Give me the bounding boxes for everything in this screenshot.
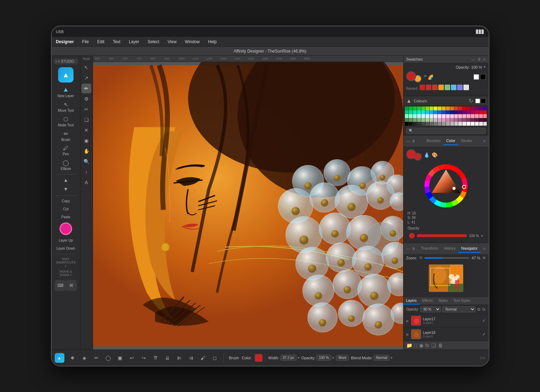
color-cell[interactable]	[421, 122, 425, 126]
edit-shortcuts-button[interactable]: EDIT SHORTCUTS >	[55, 256, 77, 269]
tool-close[interactable]: ✕	[81, 125, 91, 135]
bottom-tool-rotate-left[interactable]: ↩	[126, 352, 138, 363]
color-cell[interactable]	[462, 122, 466, 126]
color-cell[interactable]	[442, 107, 446, 110]
color-cell[interactable]	[438, 118, 441, 122]
color-cell[interactable]	[438, 122, 441, 126]
menu-text[interactable]: Text	[111, 39, 122, 45]
recent-color-7[interactable]	[463, 85, 469, 90]
color-cell[interactable]	[413, 118, 417, 122]
color-cell[interactable]	[446, 118, 450, 122]
more-button[interactable]: More	[336, 355, 349, 361]
color-cell[interactable]	[446, 122, 450, 126]
color-cell[interactable]	[479, 122, 483, 126]
color-cell[interactable]	[409, 118, 413, 122]
color-cell[interactable]	[409, 122, 413, 126]
color-cell[interactable]	[458, 114, 462, 118]
color-cell[interactable]	[471, 122, 475, 126]
colours-white[interactable]	[475, 99, 480, 103]
blend-chevron[interactable]: ▾	[391, 356, 392, 360]
color-cell[interactable]	[450, 118, 454, 122]
sidebar-item-layer-up[interactable]: Layer Up	[54, 236, 78, 244]
zoom-slider[interactable]	[424, 257, 470, 259]
tool-gear[interactable]: ⚙	[81, 94, 91, 104]
color-cell[interactable]	[425, 107, 429, 110]
color-cell[interactable]	[417, 110, 421, 114]
color-cell[interactable]	[483, 114, 487, 118]
bottom-tool-rect[interactable]: ▣	[115, 352, 126, 363]
tab-transform[interactable]: Transform	[418, 244, 441, 253]
width-chevron[interactable]: ▾	[298, 356, 299, 360]
tab-color[interactable]: Color	[443, 137, 458, 145]
sidebar-arrow-down[interactable]: ▼	[54, 185, 78, 193]
color-cell[interactable]	[467, 107, 470, 110]
sidebar-item-node-tool[interactable]: ⬡ Node Tool	[54, 115, 78, 128]
layer16-visible[interactable]: ✓	[482, 332, 486, 337]
color-cell[interactable]	[409, 107, 413, 110]
color-cell[interactable]	[438, 114, 441, 118]
layers-add-group-icon[interactable]: 📁	[406, 343, 412, 348]
menu-edit[interactable]: Edit	[96, 39, 106, 45]
color-cell[interactable]	[413, 107, 417, 110]
color-cell[interactable]	[479, 110, 483, 114]
color-cell[interactable]	[471, 114, 475, 118]
color-cell[interactable]	[438, 110, 441, 114]
nav-pause[interactable]: ⏸	[412, 246, 415, 251]
quick-keys-icon[interactable]: ⌘	[66, 280, 77, 291]
color-cell[interactable]	[450, 114, 454, 118]
color-cell[interactable]	[450, 107, 454, 110]
move-zoom-button[interactable]: MOVE & ZOOM >	[55, 269, 77, 278]
color-cell[interactable]	[471, 110, 475, 114]
menu-file[interactable]: File	[81, 39, 90, 45]
tab-text-styles[interactable]: Text Styles	[451, 297, 473, 305]
layers-delete-icon[interactable]: 🗑	[438, 343, 443, 348]
color-cell[interactable]	[471, 118, 475, 122]
color-cell[interactable]	[433, 122, 437, 126]
opacity-chevron-right[interactable]: ▾	[481, 234, 483, 238]
layers-fx-icon[interactable]: fx	[425, 343, 429, 348]
tool-brush[interactable]: ✏	[81, 84, 91, 93]
layer16-expand-icon[interactable]: ▶	[406, 332, 409, 336]
color-cell[interactable]	[475, 110, 479, 114]
color-cell[interactable]	[479, 118, 483, 122]
bottom-tool-shape[interactable]: ◯	[103, 352, 114, 363]
color-cell[interactable]	[430, 107, 433, 110]
color-cell[interactable]	[483, 122, 487, 126]
sidebar-item-cut[interactable]: Cut	[54, 205, 78, 212]
zoom-minus-icon[interactable]: ⊖	[419, 256, 422, 260]
tool-zoom[interactable]: 🔍	[81, 157, 91, 166]
color-cell[interactable]	[433, 107, 437, 110]
color-cell[interactable]	[475, 107, 479, 110]
zoom-plus-icon[interactable]: ⊕	[483, 256, 486, 260]
recent-color-0[interactable]	[420, 85, 425, 90]
swatches-pause[interactable]: ⏸	[477, 57, 481, 61]
color-cell[interactable]	[425, 122, 429, 126]
brushes-minimize[interactable]: —	[406, 139, 410, 143]
brushes-menu[interactable]: ≡	[483, 139, 485, 143]
color-cell[interactable]	[483, 107, 487, 110]
nav-minimize[interactable]: —	[406, 246, 410, 251]
color-cell[interactable]	[405, 118, 409, 122]
swatches-minimize[interactable]: —	[471, 57, 475, 61]
color-cell[interactable]	[446, 114, 450, 118]
menu-view[interactable]: View	[166, 39, 178, 45]
color-cell[interactable]	[413, 110, 417, 114]
canvas-area[interactable]: 400 500 600 700 800 900 1000 1100 1200 1…	[93, 56, 403, 350]
recent-color-1[interactable]	[426, 85, 431, 90]
layer-item-16[interactable]: ▶ Layer16 (Layer) ✓	[404, 328, 488, 341]
color-cell[interactable]	[475, 122, 479, 126]
color-cell[interactable]	[446, 110, 450, 114]
color-cell[interactable]	[462, 114, 466, 118]
bottom-tool-paint[interactable]: 🖌	[197, 352, 209, 363]
tool-hand[interactable]: ✋	[81, 146, 91, 156]
sidebar-item-ellipse[interactable]: ◯ Ellipse	[54, 158, 78, 172]
tool-circle[interactable]: ◉	[81, 136, 91, 146]
tool-transform[interactable]: ↕	[81, 167, 91, 177]
opacity-value-bottom[interactable]: 100 %	[316, 355, 331, 361]
tab-layers[interactable]: Layers	[404, 297, 420, 305]
white-swatch[interactable]	[474, 74, 479, 80]
layer-fx-icon[interactable]: fx	[482, 307, 485, 312]
color-cell[interactable]	[433, 114, 437, 118]
color-cell[interactable]	[467, 122, 470, 126]
bottom-tool-node[interactable]: ◈	[79, 352, 90, 363]
